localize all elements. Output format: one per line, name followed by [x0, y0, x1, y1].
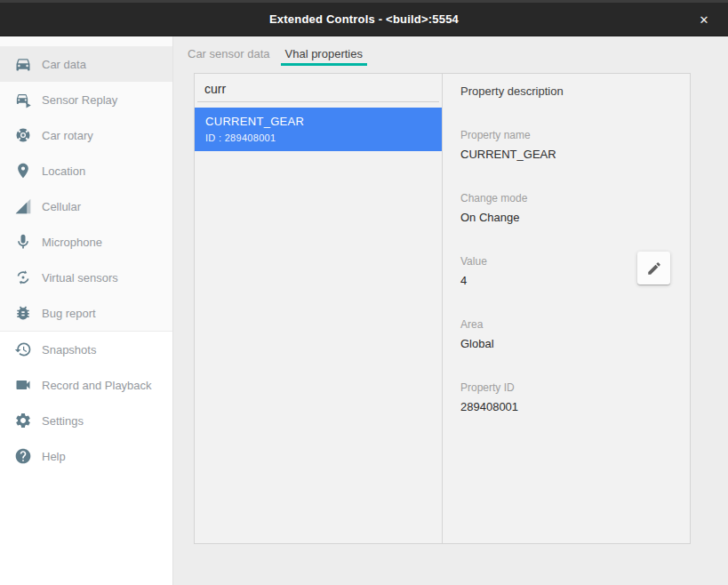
gear-icon	[12, 410, 34, 431]
field-property-name: Property name CURRENT_GEAR	[460, 129, 690, 162]
cellular-signal-icon	[12, 196, 34, 217]
sidebar-item-label: Virtual sensors	[42, 271, 118, 284]
edit-value-button[interactable]	[637, 252, 670, 284]
sidebar-item-label: Car rotary	[42, 129, 93, 142]
field-value: 289408001	[460, 400, 690, 414]
tab-bar: Car sensor data Vhal properties	[173, 36, 728, 66]
vhal-properties-panel: CURRENT_GEAR ID : 289408001 Property des…	[194, 73, 691, 544]
field-value: On Change	[460, 211, 690, 225]
titlebar: Extended Controls - <build>:5554 ✕	[0, 0, 728, 36]
field-label: Area	[460, 318, 690, 332]
sidebar-item-label: Settings	[42, 414, 84, 428]
rotation-icon	[12, 267, 34, 288]
sidebar-item-label: Help	[42, 450, 66, 463]
sidebar-item-label: Cellular	[42, 200, 81, 213]
sidebar-item-bug-report[interactable]: Bug report	[0, 295, 172, 331]
sidebar: Car data Sensor Replay Car rotary Locati…	[0, 36, 173, 585]
field-label: Change mode	[460, 192, 690, 205]
property-search-input[interactable]	[197, 74, 439, 101]
sidebar-item-label: Car data	[42, 58, 86, 71]
bug-icon	[12, 302, 34, 324]
close-icon[interactable]: ✕	[691, 3, 717, 36]
location-pin-icon	[12, 160, 34, 181]
sidebar-item-help[interactable]: Help	[0, 438, 172, 474]
car-icon	[12, 53, 34, 75]
property-list-column: CURRENT_GEAR ID : 289408001	[195, 74, 443, 543]
tab-car-sensor-data[interactable]: Car sensor data	[183, 44, 275, 66]
sidebar-item-cellular[interactable]: Cellular	[0, 188, 172, 224]
sidebar-item-snapshots[interactable]: Snapshots	[0, 332, 172, 367]
property-id-text: ID : 289408001	[205, 132, 431, 143]
sidebar-item-label: Record and Playback	[42, 379, 152, 392]
pencil-icon	[646, 260, 662, 276]
window-body: Car data Sensor Replay Car rotary Locati…	[0, 36, 728, 585]
search-field-wrap	[197, 74, 439, 102]
sidebar-item-label: Microphone	[42, 236, 102, 249]
field-area: Area Global	[460, 318, 690, 351]
property-description-column: Property description Property name CURRE…	[443, 74, 690, 543]
sidebar-item-record-playback[interactable]: Record and Playback	[0, 367, 172, 403]
tab-vhal-properties[interactable]: Vhal properties	[281, 44, 367, 66]
list-item-current-gear[interactable]: CURRENT_GEAR ID : 289408001	[195, 108, 442, 151]
help-icon	[12, 445, 34, 467]
details-header: Property description	[460, 84, 690, 99]
sidebar-item-label: Sensor Replay	[42, 93, 117, 107]
history-icon	[12, 339, 34, 360]
sidebar-item-car-rotary[interactable]: Car rotary	[0, 117, 172, 153]
car-replay-icon	[12, 89, 34, 110]
sidebar-item-label: Bug report	[42, 307, 96, 320]
sidebar-item-car-data[interactable]: Car data	[0, 46, 172, 82]
sidebar-item-virtual-sensors[interactable]: Virtual sensors	[0, 260, 172, 295]
field-value: Global	[460, 337, 690, 351]
videocam-icon	[12, 374, 34, 396]
field-label: Property ID	[460, 381, 690, 395]
field-property-id: Property ID 289408001	[460, 381, 690, 414]
rotary-controller-icon	[12, 124, 34, 146]
sidebar-item-location[interactable]: Location	[0, 153, 172, 188]
window-title: Extended Controls - <build>:5554	[269, 12, 459, 26]
sidebar-item-label: Location	[42, 164, 85, 178]
sidebar-item-settings[interactable]: Settings	[0, 403, 172, 438]
sidebar-section-secondary: Snapshots Record and Playback Settings H…	[0, 332, 172, 474]
sidebar-item-sensor-replay[interactable]: Sensor Replay	[0, 82, 172, 117]
property-name-text: CURRENT_GEAR	[205, 115, 431, 128]
field-change-mode: Change mode On Change	[460, 192, 690, 225]
property-list: CURRENT_GEAR ID : 289408001	[195, 108, 442, 151]
field-value: CURRENT_GEAR	[460, 148, 690, 162]
sidebar-item-label: Snapshots	[42, 343, 96, 357]
field-label: Property name	[460, 129, 690, 142]
content-area: Car sensor data Vhal properties CURRENT_…	[173, 36, 728, 585]
sidebar-section-main: Car data Sensor Replay Car rotary Locati…	[0, 36, 172, 331]
sidebar-item-microphone[interactable]: Microphone	[0, 224, 172, 260]
microphone-icon	[12, 231, 34, 252]
